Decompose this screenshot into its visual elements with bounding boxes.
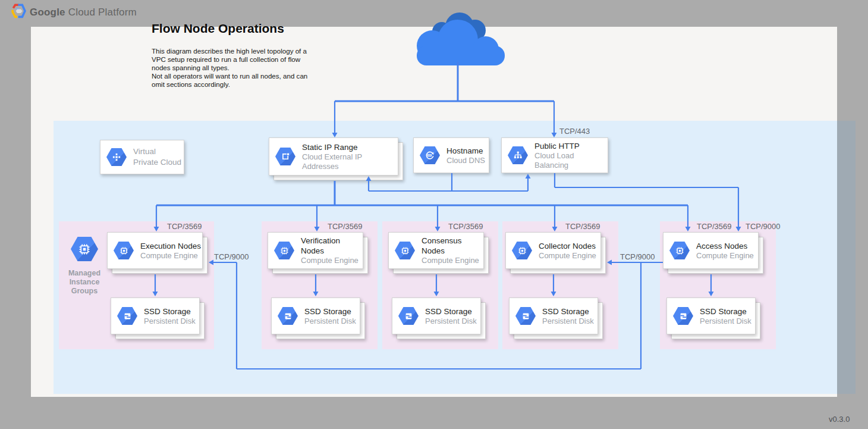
label-tcp9000-execution: TCP/9000 xyxy=(214,252,249,261)
ssd-card-title: SSD Storage xyxy=(700,306,751,317)
compute-engine-icon xyxy=(669,242,690,259)
card-virtual-private-cloud: Virtual Private Cloud xyxy=(100,140,184,174)
card-hostname: Hostname Cloud DNS xyxy=(413,137,489,173)
compute-card-title: Execution Nodes xyxy=(140,241,201,251)
label-tcp3569-access: TCP/3569 xyxy=(697,222,732,231)
card-ssd-0: SSD StoragePersistent Disk xyxy=(111,298,200,334)
card-compute-1: Verification NodesCompute Engine xyxy=(268,232,363,269)
compute-card-subtitle: Compute Engine xyxy=(696,251,754,261)
persistent-disk-icon xyxy=(398,307,419,325)
google-wordmark: Google xyxy=(30,7,65,18)
cloud-dns-icon xyxy=(420,146,440,164)
label-tcp3569-verification: TCP/3569 xyxy=(328,222,363,231)
label-tcp3569-collector: TCP/3569 xyxy=(565,222,600,231)
ssd-card-subtitle: Persistent Disk xyxy=(304,317,356,326)
ssd-card-title: SSD Storage xyxy=(542,306,594,317)
card-public-http: Public HTTP Cloud Load Balancing xyxy=(501,137,608,173)
label-tcp9000-access: TCP/9000 xyxy=(746,222,781,231)
persistent-disk-icon xyxy=(515,307,536,325)
vpc-region-overhang xyxy=(837,121,856,394)
persistent-disk-icon xyxy=(117,307,137,325)
card-compute-4: Access NodesCompute Engine xyxy=(663,232,759,269)
card-compute-3: Collector NodesCompute Engine xyxy=(505,232,601,269)
vpc-card-title: Virtual Private Cloud xyxy=(133,146,181,168)
ssd-card-title: SSD Storage xyxy=(144,306,196,317)
label-tcp3569-consensus: TCP/3569 xyxy=(448,222,483,231)
card-compute-0: Execution NodesCompute Engine xyxy=(107,232,203,269)
gcp-logo-icon xyxy=(11,4,27,18)
static-ip-subtitle: Cloud External IP Addresses xyxy=(302,152,398,171)
ssd-card-title: SSD Storage xyxy=(425,306,477,317)
compute-card-title: Access Nodes xyxy=(696,241,754,251)
ssd-card-title: SSD Storage xyxy=(304,306,356,317)
card-compute-2: Consensus NodesCompute Engine xyxy=(388,232,484,269)
hostname-subtitle: Cloud DNS xyxy=(446,156,485,165)
card-ssd-2: SSD StoragePersistent Disk xyxy=(392,298,481,334)
label-tcp3569-execution: TCP/3569 xyxy=(167,222,202,231)
compute-card-title: Consensus Nodes xyxy=(422,236,483,256)
public-http-title: Public HTTP xyxy=(534,141,608,151)
compute-card-subtitle: Compute Engine xyxy=(539,251,596,261)
page-title: Flow Node Operations xyxy=(152,21,284,36)
ssd-card-subtitle: Persistent Disk xyxy=(425,317,477,326)
card-ssd-4: SSD StoragePersistent Disk xyxy=(666,298,756,334)
persistent-disk-icon xyxy=(673,307,693,325)
ssd-card-subtitle: Persistent Disk xyxy=(542,317,594,326)
internet-cloud-icon xyxy=(406,9,513,65)
label-tcp9000-collector: TCP/9000 xyxy=(620,252,655,261)
compute-card-subtitle: Compute Engine xyxy=(422,256,483,265)
page-description: This diagram describes the high level to… xyxy=(152,47,324,89)
compute-card-title: Verification Nodes xyxy=(301,236,363,256)
label-tcp443: TCP/443 xyxy=(559,127,590,136)
ssd-card-subtitle: Persistent Disk xyxy=(144,317,196,326)
compute-engine-icon xyxy=(274,242,294,259)
compute-card-subtitle: Compute Engine xyxy=(140,251,201,261)
compute-engine-icon xyxy=(512,242,532,259)
compute-card-title: Collector Nodes xyxy=(539,241,596,251)
card-ssd-1: SSD StoragePersistent Disk xyxy=(271,298,360,334)
cloud-platform-text: Cloud Platform xyxy=(68,7,137,18)
compute-engine-icon xyxy=(395,242,415,259)
static-ip-title: Static IP Range xyxy=(302,142,398,152)
vpc-icon xyxy=(106,148,127,166)
external-ip-icon xyxy=(275,148,295,165)
public-http-subtitle: Cloud Load Balancing xyxy=(534,151,608,170)
card-static-ip-range: Static IP Range Cloud External IP Addres… xyxy=(269,137,398,176)
persistent-disk-icon xyxy=(278,307,298,325)
load-balancing-icon xyxy=(508,146,528,164)
managed-instance-groups-label: Managed Instance Groups xyxy=(58,269,111,296)
brand-text: Google Cloud Platform xyxy=(30,7,137,18)
hostname-title: Hostname xyxy=(446,146,485,156)
ssd-card-subtitle: Persistent Disk xyxy=(700,317,751,326)
card-ssd-3: SSD StoragePersistent Disk xyxy=(509,298,598,334)
version-label: v0.3.0 xyxy=(829,415,850,424)
compute-engine-icon xyxy=(114,242,134,259)
page-background: { "header": {"brand_bold": "Google", "br… xyxy=(0,0,868,429)
compute-card-subtitle: Compute Engine xyxy=(301,256,363,265)
